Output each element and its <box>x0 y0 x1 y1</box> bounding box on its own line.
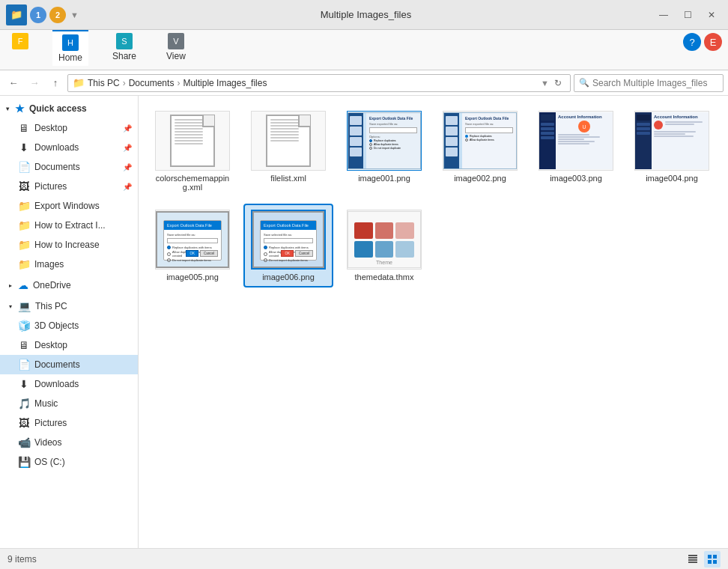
ribbon-tab-view[interactable]: V View <box>160 30 192 64</box>
ppt-thumb-image001: Export Outlook Data File Save exported f… <box>348 112 421 169</box>
thispc-label: This PC <box>35 301 67 311</box>
quick-access-section: ▾ ★ Quick access 🖥 Desktop 📌 ⬇ Downloads… <box>0 99 138 274</box>
ribbon-tab-home[interactable]: H Home <box>52 30 88 66</box>
title-bar: 📁 1 2 ▼ Multiple Images_files — ☐ ✕ <box>0 0 728 30</box>
pin-icon: 📌 <box>123 124 132 133</box>
file-item-colorscheme[interactable]: colorschememapping.xml <box>148 105 237 198</box>
svg-rect-5 <box>713 555 717 559</box>
sidebar-item-documents-qa-label: Documents <box>34 162 80 172</box>
ribbon-tab-file[interactable]: F <box>6 30 34 54</box>
close-button[interactable]: ✕ <box>701 7 722 22</box>
file-item-image005[interactable]: Export Outlook Data File Save selected f… <box>148 204 237 287</box>
sidebar: ▾ ★ Quick access 🖥 Desktop 📌 ⬇ Downloads… <box>0 96 139 548</box>
sidebar-item-onedrive[interactable]: ▸ ☁ OneDrive <box>0 276 138 295</box>
quick-access-header[interactable]: ▾ ★ Quick access <box>0 99 138 118</box>
ribbon: F H Home S Share V View ? E <box>0 30 728 70</box>
sidebar-item-increase-qa[interactable]: 📁 How to Increase <box>0 235 138 255</box>
sidebar-item-pictures-pc[interactable]: 🖼 Pictures <box>0 413 138 433</box>
address-bar[interactable]: 📁 This PC › Documents › Multiple Images_… <box>67 74 571 92</box>
ppt-thumb-image002: Export Outlook Data File Save exported f… <box>443 112 517 169</box>
file-item-image003[interactable]: Account Information U image003.png <box>531 105 621 198</box>
thispc-expand-icon: ▾ <box>9 303 12 310</box>
sidebar-item-documents-qa[interactable]: 📄 Documents 📌 <box>0 157 138 177</box>
search-box[interactable]: 🔍 <box>574 74 724 92</box>
details-view-button[interactable] <box>685 551 701 568</box>
sidebar-item-documents-pc[interactable]: 📄 Documents <box>0 355 138 374</box>
view-tab-icon: V <box>168 33 184 49</box>
sidebar-item-increase-qa-label: How to Increase <box>34 240 100 250</box>
acc-thumb-image004: Account Information <box>635 112 709 169</box>
osc-pc-icon: 💾 <box>18 456 30 468</box>
file-thumbnail-image002: Export Outlook Data File Save exported f… <box>443 111 518 171</box>
file-item-filelist[interactable]: filelist.xml <box>243 105 333 198</box>
pictures-pc-icon: 🖼 <box>18 417 30 429</box>
sidebar-item-downloads-qa[interactable]: ⬇ Downloads 📌 <box>0 138 138 157</box>
file-item-image006[interactable]: Export Outlook Data File Save selected f… <box>243 204 333 287</box>
file-thumbnail-image006: Export Outlook Data File Save selected f… <box>251 210 326 270</box>
refresh-button[interactable]: ↻ <box>550 76 565 91</box>
sidebar-item-3dobjects[interactable]: 🧊 3D Objects <box>0 316 138 335</box>
onedrive-expand-icon: ▸ <box>9 282 12 289</box>
up-button[interactable]: ↑ <box>46 74 64 92</box>
file-name-image003: image003.png <box>550 174 602 183</box>
quick-access-label: Quick access <box>29 103 87 114</box>
3dobjects-icon: 🧊 <box>18 320 30 332</box>
sidebar-item-downloads-pc[interactable]: ⬇ Downloads <box>0 374 138 394</box>
sidebar-item-export-qa[interactable]: 📁 Export Windows <box>0 196 138 216</box>
share-tab-label: Share <box>112 51 136 61</box>
sidebar-item-extract-qa-label: How to Extract I... <box>34 220 106 231</box>
svg-rect-7 <box>713 560 717 564</box>
sidebar-item-desktop-pc[interactable]: 🖥 Desktop <box>0 335 138 355</box>
forward-button[interactable]: → <box>25 74 43 92</box>
svg-rect-1 <box>688 557 697 559</box>
svg-rect-3 <box>688 562 697 563</box>
search-icon: 🔍 <box>579 78 589 88</box>
sidebar-item-pictures-qa[interactable]: 🖼 Pictures 📌 <box>0 177 138 196</box>
sidebar-item-downloads-pc-label: Downloads <box>34 379 79 389</box>
sidebar-item-desktop-qa[interactable]: 🖥 Desktop 📌 <box>0 118 138 138</box>
folder-export-icon: 📁 <box>18 200 30 212</box>
svg-rect-6 <box>708 560 712 564</box>
file-item-image001[interactable]: Export Outlook Data File Save exported f… <box>339 105 429 198</box>
share-tab-icon: S <box>116 33 133 49</box>
help-button[interactable]: ? <box>683 33 701 51</box>
ribbon-tab-share[interactable]: S Share <box>106 30 142 64</box>
downloads-icon: ⬇ <box>18 142 30 153</box>
onedrive-cloud-icon: ☁ <box>18 279 28 291</box>
file-item-themedata[interactable]: Theme themedata.thmx <box>339 204 429 287</box>
sidebar-item-videos-pc[interactable]: 📹 Videos <box>0 433 138 452</box>
sidebar-item-pictures-pc-label: Pictures <box>34 418 67 428</box>
address-folder-icon: 📁 <box>73 77 85 88</box>
sidebar-item-thispc[interactable]: ▾ 💻 This PC <box>0 296 138 316</box>
search-input[interactable] <box>592 78 718 88</box>
file-item-image004[interactable]: Account Information ima <box>627 105 717 198</box>
downloads-pc-icon: ⬇ <box>18 378 30 390</box>
text-file-icon-filelist <box>266 115 311 167</box>
file-icon: F <box>12 33 28 49</box>
user-button[interactable]: E <box>704 33 722 51</box>
desktop-pc-icon: 🖥 <box>18 339 30 351</box>
sidebar-item-music-pc[interactable]: 🎵 Music <box>0 394 138 413</box>
music-pc-icon: 🎵 <box>18 398 30 410</box>
thispc-computer-icon: 💻 <box>18 300 31 312</box>
back-button[interactable]: ← <box>4 74 22 92</box>
dialog-thumb-image006: Export Outlook Data File Save selected f… <box>252 211 324 268</box>
file-name-image002: image002.png <box>454 174 506 183</box>
addr-documents[interactable]: Documents <box>129 78 175 88</box>
file-thumbnail-image001: Export Outlook Data File Save exported f… <box>347 111 422 171</box>
sidebar-item-extract-qa[interactable]: 📁 How to Extract I... <box>0 216 138 235</box>
addr-this[interactable]: This PC <box>88 78 120 88</box>
addr-current[interactable]: Multiple Images_files <box>183 78 267 88</box>
file-thumbnail-image003: Account Information U <box>539 111 613 171</box>
minimize-button[interactable]: — <box>653 7 674 22</box>
sidebar-item-images-qa[interactable]: 📁 Images <box>0 255 138 274</box>
large-icons-view-button[interactable] <box>704 551 721 568</box>
tab2-icon[interactable]: 2 <box>49 7 66 23</box>
sidebar-item-osc-pc[interactable]: 💾 OS (C:) <box>0 452 138 472</box>
tab1-icon[interactable]: 1 <box>30 7 46 23</box>
file-thumbnail-colorscheme <box>155 111 230 171</box>
file-item-image002[interactable]: Export Outlook Data File Save exported f… <box>435 105 525 198</box>
main-layout: ▾ ★ Quick access 🖥 Desktop 📌 ⬇ Downloads… <box>0 96 728 548</box>
sidebar-item-downloads-qa-label: Downloads <box>34 142 79 153</box>
maximize-button[interactable]: ☐ <box>677 7 698 22</box>
